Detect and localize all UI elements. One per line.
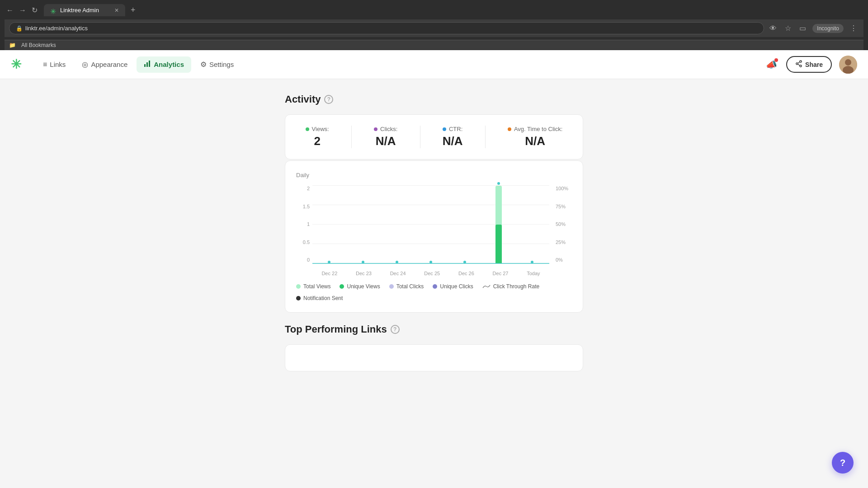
stats-card: Views: 2 Clicks: N/A CTR: bbox=[285, 114, 583, 160]
new-tab-button[interactable]: + bbox=[127, 4, 139, 17]
legend-unique-clicks: Unique Clicks bbox=[433, 283, 473, 290]
settings-icon: ⚙ bbox=[200, 60, 207, 69]
top-links-title-row: Top Performing Links ? bbox=[285, 324, 583, 335]
avatar[interactable] bbox=[839, 56, 857, 74]
legend-unique-clicks-label: Unique Clicks bbox=[440, 283, 473, 290]
legend-ctr: Click Through Rate bbox=[482, 283, 540, 290]
nav-appearance-label: Appearance bbox=[91, 61, 127, 68]
help-fab[interactable]: ? bbox=[832, 452, 854, 474]
eye-slash-icon[interactable]: 👁 bbox=[768, 23, 778, 34]
share-button[interactable]: Share bbox=[786, 56, 832, 73]
x-label-today: Today bbox=[527, 271, 540, 276]
bookmark-icon[interactable]: ☆ bbox=[783, 22, 793, 34]
notification-dot bbox=[774, 58, 778, 62]
share-icon bbox=[795, 60, 802, 69]
stat-views-value: 2 bbox=[314, 134, 320, 148]
chart-period-label: Daily bbox=[296, 172, 572, 178]
ctr-dot bbox=[443, 127, 446, 131]
stat-clicks-value: N/A bbox=[376, 134, 396, 148]
stat-clicks-label: Clicks: bbox=[374, 126, 397, 132]
legend-total-views-dot bbox=[296, 284, 301, 289]
svg-point-4 bbox=[796, 63, 798, 65]
nav-settings-label: Settings bbox=[209, 61, 234, 68]
legend-unique-views-dot bbox=[340, 284, 344, 289]
stat-avg-time: Avg. Time to Click: N/A bbox=[508, 126, 562, 148]
bookmarks-label: All Bookmarks bbox=[21, 42, 56, 48]
legend-unique-views-label: Unique Views bbox=[347, 283, 380, 290]
tab-close-button[interactable]: ✕ bbox=[114, 7, 119, 14]
legend-notification-label: Notification Sent bbox=[303, 295, 343, 301]
svg-point-3 bbox=[800, 61, 802, 62]
incognito-pill[interactable]: Incognito bbox=[812, 24, 844, 33]
legend-total-views: Total Views bbox=[296, 283, 330, 290]
views-dot bbox=[306, 127, 309, 131]
url-text: linktr.ee/admin/analytics bbox=[25, 25, 88, 32]
nav-settings-button[interactable]: ⚙ Settings bbox=[193, 56, 241, 72]
top-links-help-icon[interactable]: ? bbox=[391, 325, 400, 334]
browser-tab[interactable]: ✳ Linktree Admin ✕ bbox=[44, 4, 125, 16]
activity-section-title: Activity ? bbox=[285, 94, 583, 105]
x-label-dec24: Dec 24 bbox=[390, 271, 406, 276]
stat-ctr: CTR: N/A bbox=[443, 126, 463, 148]
back-button[interactable]: ← bbox=[5, 4, 15, 16]
toolbar-actions: 👁 ☆ ▭ Incognito ⋮ bbox=[768, 22, 859, 34]
x-axis: Dec 22 Dec 23 Dec 24 Dec 25 Dec 26 Dec 2… bbox=[312, 271, 549, 276]
menu-button[interactable]: ⋮ bbox=[848, 22, 859, 34]
logo[interactable]: ✳ bbox=[11, 57, 21, 72]
svg-rect-1 bbox=[146, 62, 148, 67]
legend-total-clicks-label: Total Clicks bbox=[396, 283, 424, 290]
activity-help-icon[interactable]: ? bbox=[324, 95, 333, 104]
x-label-dec22: Dec 22 bbox=[321, 271, 337, 276]
nav-analytics-button[interactable]: Analytics bbox=[137, 56, 191, 73]
reload-button[interactable]: ↻ bbox=[30, 4, 39, 16]
bookmarks-folder-icon: 📁 bbox=[9, 42, 16, 48]
legend-notification-sent: Notification Sent bbox=[296, 295, 343, 301]
chart-area: 2 1.5 1 0.5 0 100% 75% 50% 25% 0% bbox=[296, 186, 572, 276]
x-label-dec27: Dec 27 bbox=[493, 271, 509, 276]
chart-legend: Total Views Unique Views Total Clicks Un… bbox=[296, 283, 572, 301]
browser-toolbar: 🔒 linktr.ee/admin/analytics 👁 ☆ ▭ Incogn… bbox=[5, 19, 863, 37]
links-icon: ≡ bbox=[43, 61, 47, 69]
app-container: ✳ ≡ Links ◎ Appearance bbox=[0, 50, 868, 484]
notification-button[interactable]: 📣 bbox=[764, 57, 779, 72]
top-links-card bbox=[285, 344, 583, 371]
legend-total-clicks: Total Clicks bbox=[389, 283, 424, 290]
legend-ctr-icon bbox=[482, 284, 491, 289]
top-links-section: Top Performing Links ? bbox=[285, 324, 583, 371]
x-label-dec25: Dec 25 bbox=[424, 271, 440, 276]
legend-unique-clicks-dot bbox=[433, 284, 437, 289]
nav-links-button[interactable]: ≡ Links bbox=[36, 57, 73, 72]
forward-button[interactable]: → bbox=[17, 4, 28, 16]
sidebar-icon[interactable]: ▭ bbox=[797, 22, 808, 34]
legend-total-views-label: Total Views bbox=[303, 283, 330, 290]
top-links-title: Top Performing Links bbox=[285, 324, 387, 335]
main-content: Activity ? Views: 2 Clicks: bbox=[276, 79, 592, 386]
x-label-dec26: Dec 26 bbox=[458, 271, 474, 276]
legend-unique-views: Unique Views bbox=[340, 283, 380, 290]
nav-links-label: Links bbox=[50, 61, 66, 68]
legend-total-clicks-dot bbox=[389, 284, 394, 289]
nav-appearance-button[interactable]: ◎ Appearance bbox=[75, 56, 135, 72]
y-axis-right: 100% 75% 50% 25% 0% bbox=[554, 186, 572, 263]
stat-ctr-label: CTR: bbox=[443, 126, 462, 132]
dot-dec27 bbox=[497, 182, 500, 185]
chart-inner bbox=[312, 186, 549, 263]
address-bar[interactable]: 🔒 linktr.ee/admin/analytics bbox=[9, 22, 764, 34]
svg-point-5 bbox=[800, 65, 802, 67]
top-nav: ✳ ≡ Links ◎ Appearance bbox=[0, 50, 868, 79]
stat-clicks: Clicks: N/A bbox=[374, 126, 397, 148]
tab-title: Linktree Admin bbox=[60, 7, 99, 14]
svg-rect-0 bbox=[144, 64, 146, 67]
nav-right: 📣 Share bbox=[764, 56, 857, 74]
analytics-icon bbox=[144, 60, 151, 69]
nav-controls[interactable]: ← → ↻ bbox=[5, 4, 39, 16]
stat-divider-2 bbox=[420, 126, 420, 148]
tab-favicon: ✳ bbox=[50, 7, 57, 14]
y-axis-left: 2 1.5 1 0.5 0 bbox=[296, 186, 310, 263]
browser-chrome: ← → ↻ ✳ Linktree Admin ✕ + 🔒 linktr.ee/a… bbox=[0, 0, 868, 50]
stat-divider-1 bbox=[351, 126, 352, 148]
nav-links: ≡ Links ◎ Appearance Analytics bbox=[36, 56, 764, 73]
svg-point-9 bbox=[845, 59, 851, 66]
chart-card: Daily 2 1.5 1 0.5 0 100% 75% 50% 25% 0% bbox=[285, 160, 583, 313]
stat-divider-3 bbox=[485, 126, 486, 148]
